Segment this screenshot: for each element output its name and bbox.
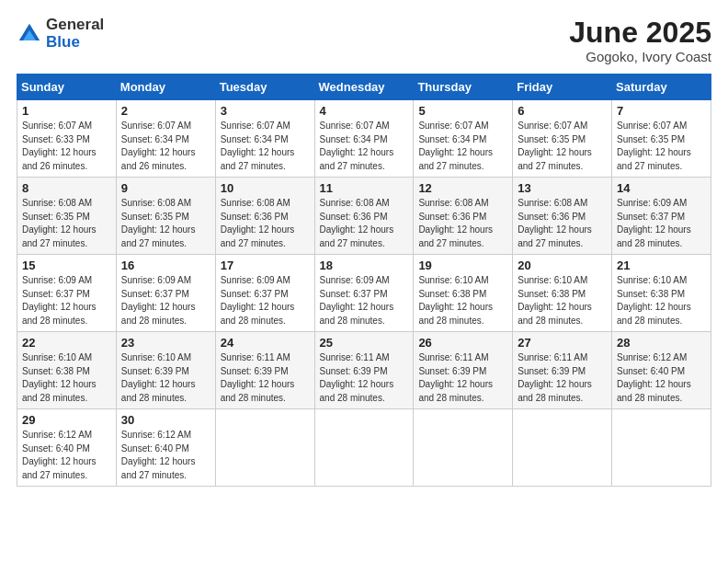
day-cell: 19Sunrise: 6:10 AM Sunset: 6:38 PM Dayli… xyxy=(414,255,513,332)
day-number: 5 xyxy=(418,104,507,118)
day-cell: 29Sunrise: 6:12 AM Sunset: 6:40 PM Dayli… xyxy=(17,409,117,487)
day-number: 8 xyxy=(22,181,111,195)
day-cell xyxy=(612,409,711,487)
day-number: 25 xyxy=(320,336,409,350)
day-number: 27 xyxy=(518,336,607,350)
calendar-body: 1Sunrise: 6:07 AM Sunset: 6:33 PM Daylig… xyxy=(17,100,711,487)
day-info: Sunrise: 6:08 AM Sunset: 6:36 PM Dayligh… xyxy=(221,197,310,250)
day-cell: 25Sunrise: 6:11 AM Sunset: 6:39 PM Dayli… xyxy=(314,332,414,409)
day-number: 13 xyxy=(518,181,607,195)
logo: General Blue xyxy=(17,17,104,51)
day-info: Sunrise: 6:07 AM Sunset: 6:35 PM Dayligh… xyxy=(518,120,607,173)
weekday-tuesday: Tuesday xyxy=(215,75,314,100)
day-cell: 12Sunrise: 6:08 AM Sunset: 6:36 PM Dayli… xyxy=(414,178,513,255)
day-info: Sunrise: 6:07 AM Sunset: 6:33 PM Dayligh… xyxy=(22,120,111,173)
weekday-friday: Friday xyxy=(513,75,612,100)
day-info: Sunrise: 6:07 AM Sunset: 6:34 PM Dayligh… xyxy=(418,120,507,173)
day-info: Sunrise: 6:08 AM Sunset: 6:36 PM Dayligh… xyxy=(518,197,607,250)
day-info: Sunrise: 6:08 AM Sunset: 6:35 PM Dayligh… xyxy=(121,197,210,250)
day-number: 6 xyxy=(518,104,607,118)
logo-blue: Blue xyxy=(46,34,104,52)
day-cell: 21Sunrise: 6:10 AM Sunset: 6:38 PM Dayli… xyxy=(612,255,711,332)
day-info: Sunrise: 6:09 AM Sunset: 6:37 PM Dayligh… xyxy=(22,274,111,327)
day-number: 30 xyxy=(121,413,210,427)
week-row-1: 1Sunrise: 6:07 AM Sunset: 6:33 PM Daylig… xyxy=(17,100,711,178)
day-info: Sunrise: 6:07 AM Sunset: 6:35 PM Dayligh… xyxy=(617,120,706,173)
day-cell xyxy=(314,409,414,487)
day-cell xyxy=(215,409,314,487)
week-row-2: 8Sunrise: 6:08 AM Sunset: 6:35 PM Daylig… xyxy=(17,178,711,255)
calendar-table: SundayMondayTuesdayWednesdayThursdayFrid… xyxy=(17,74,711,487)
day-cell: 1Sunrise: 6:07 AM Sunset: 6:33 PM Daylig… xyxy=(17,100,117,178)
day-number: 24 xyxy=(221,336,310,350)
day-info: Sunrise: 6:11 AM Sunset: 6:39 PM Dayligh… xyxy=(418,351,507,405)
header: General Blue June 2025 Gogoko, Ivory Coa… xyxy=(17,17,711,64)
weekday-sunday: Sunday xyxy=(17,75,117,100)
week-row-5: 29Sunrise: 6:12 AM Sunset: 6:40 PM Dayli… xyxy=(17,409,711,487)
calendar-subtitle: Gogoko, Ivory Coast xyxy=(569,49,711,64)
day-cell: 15Sunrise: 6:09 AM Sunset: 6:37 PM Dayli… xyxy=(17,255,117,332)
day-cell: 8Sunrise: 6:08 AM Sunset: 6:35 PM Daylig… xyxy=(17,178,117,255)
day-number: 1 xyxy=(22,104,111,118)
day-cell: 30Sunrise: 6:12 AM Sunset: 6:40 PM Dayli… xyxy=(116,409,215,487)
day-number: 9 xyxy=(121,181,210,195)
day-info: Sunrise: 6:07 AM Sunset: 6:34 PM Dayligh… xyxy=(320,120,409,173)
day-cell: 9Sunrise: 6:08 AM Sunset: 6:35 PM Daylig… xyxy=(116,178,215,255)
day-number: 21 xyxy=(617,259,706,272)
weekday-header-row: SundayMondayTuesdayWednesdayThursdayFrid… xyxy=(17,75,711,100)
day-info: Sunrise: 6:12 AM Sunset: 6:40 PM Dayligh… xyxy=(22,429,111,482)
day-number: 20 xyxy=(518,259,607,272)
day-info: Sunrise: 6:10 AM Sunset: 6:38 PM Dayligh… xyxy=(617,274,706,327)
day-info: Sunrise: 6:08 AM Sunset: 6:36 PM Dayligh… xyxy=(418,197,507,250)
weekday-monday: Monday xyxy=(116,75,215,100)
logo-text: General Blue xyxy=(46,17,104,51)
day-number: 18 xyxy=(320,259,409,272)
day-cell: 20Sunrise: 6:10 AM Sunset: 6:38 PM Dayli… xyxy=(513,255,612,332)
day-info: Sunrise: 6:10 AM Sunset: 6:38 PM Dayligh… xyxy=(22,351,111,405)
day-cell: 2Sunrise: 6:07 AM Sunset: 6:34 PM Daylig… xyxy=(116,100,215,178)
day-number: 28 xyxy=(617,336,706,350)
day-cell: 27Sunrise: 6:11 AM Sunset: 6:39 PM Dayli… xyxy=(513,332,612,409)
day-number: 22 xyxy=(22,336,111,350)
day-info: Sunrise: 6:10 AM Sunset: 6:39 PM Dayligh… xyxy=(121,351,210,405)
day-cell: 22Sunrise: 6:10 AM Sunset: 6:38 PM Dayli… xyxy=(17,332,117,409)
day-cell: 26Sunrise: 6:11 AM Sunset: 6:39 PM Dayli… xyxy=(414,332,513,409)
day-number: 7 xyxy=(617,104,706,118)
day-number: 15 xyxy=(22,259,111,272)
day-info: Sunrise: 6:09 AM Sunset: 6:37 PM Dayligh… xyxy=(320,274,409,327)
day-cell xyxy=(414,409,513,487)
title-block: June 2025 Gogoko, Ivory Coast xyxy=(569,17,711,64)
calendar-header: SundayMondayTuesdayWednesdayThursdayFrid… xyxy=(17,75,711,100)
day-number: 16 xyxy=(121,259,210,272)
day-info: Sunrise: 6:09 AM Sunset: 6:37 PM Dayligh… xyxy=(617,197,706,250)
week-row-3: 15Sunrise: 6:09 AM Sunset: 6:37 PM Dayli… xyxy=(17,255,711,332)
day-info: Sunrise: 6:08 AM Sunset: 6:35 PM Dayligh… xyxy=(22,197,111,250)
day-info: Sunrise: 6:08 AM Sunset: 6:36 PM Dayligh… xyxy=(320,197,409,250)
logo-general: General xyxy=(46,17,104,34)
day-cell: 24Sunrise: 6:11 AM Sunset: 6:39 PM Dayli… xyxy=(215,332,314,409)
day-cell: 4Sunrise: 6:07 AM Sunset: 6:34 PM Daylig… xyxy=(314,100,414,178)
day-cell: 13Sunrise: 6:08 AM Sunset: 6:36 PM Dayli… xyxy=(513,178,612,255)
day-cell: 17Sunrise: 6:09 AM Sunset: 6:37 PM Dayli… xyxy=(215,255,314,332)
day-info: Sunrise: 6:11 AM Sunset: 6:39 PM Dayligh… xyxy=(221,351,310,405)
day-cell: 6Sunrise: 6:07 AM Sunset: 6:35 PM Daylig… xyxy=(513,100,612,178)
day-cell: 16Sunrise: 6:09 AM Sunset: 6:37 PM Dayli… xyxy=(116,255,215,332)
day-cell: 10Sunrise: 6:08 AM Sunset: 6:36 PM Dayli… xyxy=(215,178,314,255)
day-number: 11 xyxy=(320,181,409,195)
day-cell: 11Sunrise: 6:08 AM Sunset: 6:36 PM Dayli… xyxy=(314,178,414,255)
day-number: 29 xyxy=(22,413,111,427)
weekday-thursday: Thursday xyxy=(414,75,513,100)
day-number: 2 xyxy=(121,104,210,118)
day-cell: 23Sunrise: 6:10 AM Sunset: 6:39 PM Dayli… xyxy=(116,332,215,409)
day-cell: 18Sunrise: 6:09 AM Sunset: 6:37 PM Dayli… xyxy=(314,255,414,332)
day-info: Sunrise: 6:09 AM Sunset: 6:37 PM Dayligh… xyxy=(121,274,210,327)
day-cell: 14Sunrise: 6:09 AM Sunset: 6:37 PM Dayli… xyxy=(612,178,711,255)
day-cell: 3Sunrise: 6:07 AM Sunset: 6:34 PM Daylig… xyxy=(215,100,314,178)
page: General Blue June 2025 Gogoko, Ivory Coa… xyxy=(0,0,728,563)
day-cell: 5Sunrise: 6:07 AM Sunset: 6:34 PM Daylig… xyxy=(414,100,513,178)
day-info: Sunrise: 6:11 AM Sunset: 6:39 PM Dayligh… xyxy=(518,351,607,405)
day-info: Sunrise: 6:12 AM Sunset: 6:40 PM Dayligh… xyxy=(617,351,706,405)
day-number: 19 xyxy=(418,259,507,272)
day-info: Sunrise: 6:07 AM Sunset: 6:34 PM Dayligh… xyxy=(121,120,210,173)
day-cell xyxy=(513,409,612,487)
